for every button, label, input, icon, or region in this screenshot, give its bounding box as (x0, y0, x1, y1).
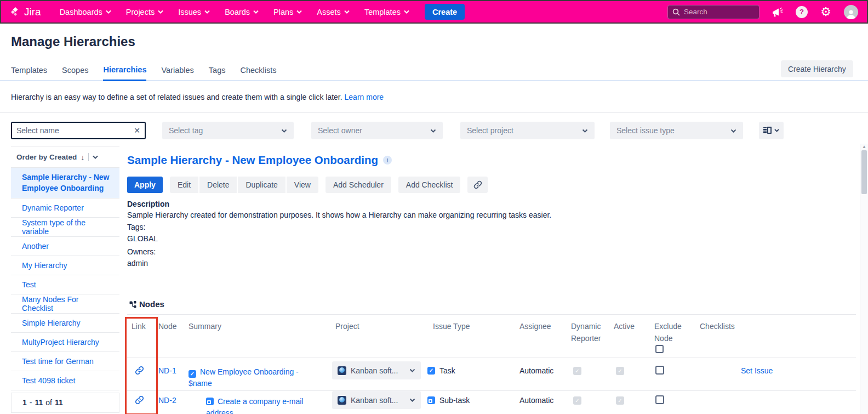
subtask-icon (206, 398, 214, 405)
col-issue-type: Issue Type (433, 321, 470, 333)
vertical-scrollbar[interactable] (860, 144, 868, 414)
top-navigation: Jira Dashboards Projects Issues Boards P… (0, 0, 868, 24)
scrollbar-thumb[interactable] (861, 150, 867, 194)
hierarchy-list-panel: Order by Created Sample Hierarchy - New … (11, 146, 119, 413)
app-window: Jira Dashboards Projects Issues Boards P… (0, 0, 868, 414)
project-select[interactable]: Kanban soft... (332, 361, 421, 379)
clear-icon[interactable] (134, 126, 140, 135)
list-item-test-time-german[interactable]: Test time for German (11, 352, 119, 371)
col-project: Project (335, 321, 359, 333)
col-assignee: Assignee (519, 321, 551, 333)
search-icon (672, 8, 680, 16)
link-icon[interactable] (135, 366, 144, 375)
link-icon[interactable] (135, 395, 144, 405)
chevron-down-icon (730, 129, 736, 133)
project-select[interactable]: Kanban soft... (332, 391, 421, 409)
list-item-simple-hierarchy[interactable]: Simple Hierarchy (11, 314, 119, 333)
exclude-node-checkbox[interactable] (655, 366, 664, 375)
list-item-test[interactable]: Test (11, 275, 119, 294)
list-item-sample-hierarchy[interactable]: Sample Hierarchy - New Employee Onboardi… (11, 168, 119, 199)
add-checklist-button[interactable]: Add Checklist (398, 177, 461, 193)
chevron-down-icon (404, 10, 409, 14)
chevron-down-icon (106, 10, 111, 14)
filter-name-field (11, 122, 146, 139)
edit-button[interactable]: Edit (170, 177, 198, 193)
task-icon (427, 367, 435, 375)
subtask-icon (427, 396, 435, 404)
owner-filter-select[interactable]: Select owner (311, 122, 443, 139)
copy-link-button[interactable] (467, 177, 488, 193)
gear-icon[interactable] (819, 5, 832, 19)
issue-type-filter-select[interactable]: Select issue type (610, 122, 743, 139)
nav-issues[interactable]: Issues (178, 8, 210, 16)
active-checkbox (616, 367, 624, 375)
description-label: Description (127, 200, 169, 208)
chevron-down-icon (158, 10, 163, 14)
apply-button[interactable]: Apply (127, 177, 163, 193)
tab-templates[interactable]: Templates (11, 66, 47, 80)
brand-name: Jira (24, 6, 41, 18)
list-item-my-hierarchy[interactable]: My Hierarchy (11, 256, 119, 275)
learn-more-link[interactable]: Learn more (345, 93, 384, 101)
tags-value: GLOBAL (127, 234, 158, 243)
create-button[interactable]: Create (425, 4, 465, 20)
list-item-test-4098[interactable]: Test 4098 ticket (11, 371, 119, 390)
nav-plans[interactable]: Plans (273, 8, 302, 16)
set-issue-link[interactable]: Set Issue (741, 366, 773, 375)
node-summary[interactable]: New Employee Onboarding - $name (189, 366, 307, 389)
tab-checklists[interactable]: Checklists (240, 66, 276, 80)
order-by-control[interactable]: Order by Created (11, 147, 119, 168)
assignee-cell: Automatic (519, 366, 553, 375)
info-icon[interactable] (383, 156, 392, 165)
list-item-multyproject[interactable]: MultyProject Hierarchy (11, 333, 119, 352)
node-key[interactable]: ND-1 (158, 366, 176, 375)
exclude-node-checkbox[interactable] (655, 395, 664, 404)
tab-variables[interactable]: Variables (161, 66, 193, 80)
jira-logo-icon (10, 7, 21, 18)
active-checkbox (616, 396, 624, 405)
nav-projects[interactable]: Projects (126, 8, 163, 16)
delete-button[interactable]: Delete (199, 177, 237, 193)
pagination: 1 - 11 of 11 (11, 393, 119, 413)
tab-scopes[interactable]: Scopes (62, 66, 88, 80)
help-icon[interactable] (796, 6, 808, 18)
tab-hierarchies[interactable]: Hierarchies (103, 65, 146, 81)
sort-direction-icon[interactable] (81, 153, 84, 162)
table-border (127, 314, 856, 315)
nav-templates[interactable]: Templates (364, 8, 409, 16)
list-item-system-type[interactable]: System type of the variable (11, 218, 119, 237)
tag-filter-select[interactable]: Select tag (162, 122, 294, 139)
project-avatar (338, 396, 346, 405)
announcements-icon[interactable] (771, 5, 784, 19)
avatar[interactable] (844, 5, 858, 19)
nav-dashboards[interactable]: Dashboards (60, 8, 111, 16)
exclude-all-checkbox[interactable] (655, 345, 664, 353)
global-search[interactable] (667, 5, 760, 19)
add-scheduler-button[interactable]: Add Scheduler (326, 177, 391, 193)
chevron-down-icon[interactable] (93, 155, 98, 159)
list-item-many-nodes[interactable]: Many Nodes For Checklist (11, 294, 119, 314)
col-node: Node (158, 321, 176, 333)
list-item-another[interactable]: Another (11, 237, 119, 256)
tab-tags[interactable]: Tags (209, 66, 226, 80)
duplicate-button[interactable]: Duplicate (238, 177, 285, 193)
chevron-down-icon (774, 129, 779, 132)
row-divider (127, 390, 856, 391)
nav-boards[interactable]: Boards (225, 8, 259, 16)
name-filter-input[interactable] (16, 126, 134, 135)
col-active: Active (614, 321, 635, 333)
view-button[interactable]: View (287, 177, 318, 193)
node-key[interactable]: ND-2 (158, 396, 176, 405)
project-filter-select[interactable]: Select project (460, 122, 595, 139)
details-view-icon (763, 127, 772, 134)
list-item-dynamic-reporter[interactable]: Dynamic Reporter (11, 199, 119, 218)
scroll-up-icon[interactable] (862, 144, 866, 149)
hierarchy-actions: Apply Edit Delete Duplicate View Add Sch… (127, 177, 488, 193)
node-summary[interactable]: Create a company e-mail address (206, 396, 321, 414)
search-input[interactable] (684, 8, 744, 16)
nav-assets[interactable]: Assets (317, 8, 350, 16)
view-layout-toggle[interactable] (759, 122, 784, 139)
jira-logo[interactable]: Jira (10, 6, 41, 18)
create-hierarchy-button[interactable]: Create Hierarchy (781, 60, 853, 77)
chevron-down-icon (204, 10, 210, 14)
